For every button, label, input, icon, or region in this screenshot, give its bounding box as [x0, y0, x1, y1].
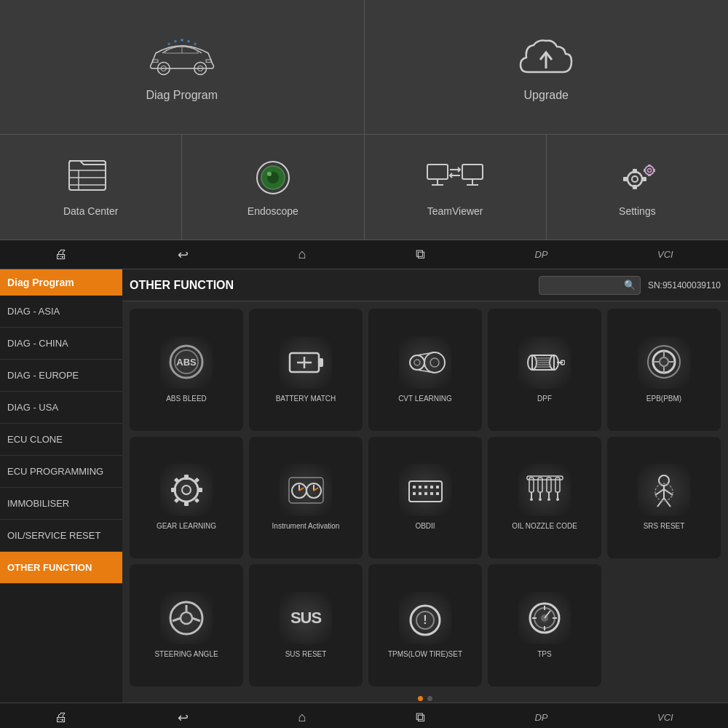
endoscope-tile[interactable]: Endoscope [182, 135, 364, 240]
svg-rect-91 [430, 486, 433, 488]
sidebar-item-diag-china[interactable]: DIAG - CHINA [0, 328, 122, 360]
func-instrument-activation[interactable]: Instrument Activation [249, 437, 363, 559]
settings-label: Settings [619, 205, 656, 217]
battery-match-label: BATTERY MATCH [276, 395, 336, 403]
func-battery-match[interactable]: BATTERY MATCH [249, 309, 363, 431]
svg-line-121 [173, 618, 181, 621]
bottom-vci-label: VCI [657, 712, 673, 723]
svg-text:!: ! [423, 614, 427, 626]
svg-rect-72 [184, 475, 189, 480]
home-icon[interactable]: ⌂ [298, 247, 306, 262]
svg-line-51 [417, 352, 435, 355]
sidebar-item-diag-europe[interactable]: DIAG - EUROPE [0, 360, 122, 392]
nav-bar: 🖨 ↩ ⌂ ⧉ DP VCI [0, 240, 728, 269]
svg-rect-73 [184, 501, 189, 506]
instrument-activation-icon [280, 464, 332, 516]
func-epb[interactable]: EPB(PBM) [607, 309, 721, 431]
sidebar-item-ecu-clone[interactable]: ECU CLONE [0, 424, 122, 456]
upgrade-label: Upgrade [524, 89, 569, 102]
teamviewer-tile[interactable]: TeamViewer [365, 135, 547, 240]
svg-rect-36 [648, 165, 651, 167]
endoscope-label: Endoscope [248, 205, 298, 217]
srs-reset-icon [638, 464, 690, 516]
svg-line-113 [655, 489, 664, 495]
function-title: OTHER FUNCTION [130, 279, 234, 292]
data-center-tile[interactable]: Data Center [0, 135, 182, 240]
search-box[interactable]: 🔍 [539, 276, 641, 295]
endoscope-icon [248, 157, 298, 201]
sidebar-item-diag-usa[interactable]: DIAG - USA [0, 392, 122, 424]
svg-rect-88 [413, 486, 416, 488]
bottom-dp-label: DP [534, 712, 547, 723]
func-sus-reset[interactable]: SUS SUS RESET [249, 564, 363, 687]
func-tpms[interactable]: ! TPMS(LOW TIRE)SET [368, 564, 482, 687]
sidebar-item-ecu-programming[interactable]: ECU PROGRAMMING [0, 456, 122, 488]
svg-point-47 [410, 355, 424, 370]
svg-point-65 [660, 357, 668, 366]
print-icon[interactable]: 🖨 [55, 247, 68, 262]
dp-nav-label: DP [534, 249, 547, 260]
scroll-dot-1 [427, 696, 432, 701]
svg-point-103 [539, 498, 542, 501]
tps-icon [518, 592, 571, 644]
data-center-label: Data Center [63, 205, 118, 217]
bottom-back-icon[interactable]: ↩ [178, 710, 189, 726]
svg-rect-96 [430, 492, 433, 495]
svg-point-2 [174, 40, 177, 43]
serial-number: SN:951400039110 [648, 280, 721, 290]
sidebar-item-diag-asia[interactable]: DIAG - ASIA [0, 296, 122, 328]
settings-tile[interactable]: Settings [547, 135, 728, 240]
svg-point-35 [648, 169, 652, 173]
recent-apps-icon[interactable]: ⧉ [416, 247, 425, 262]
bottom-home-icon[interactable]: ⌂ [298, 710, 306, 725]
svg-rect-75 [197, 488, 202, 492]
func-srs-reset[interactable]: SRS RESET [607, 437, 721, 559]
svg-rect-32 [623, 177, 628, 181]
epb-label: EPB(PBM) [646, 395, 681, 403]
func-steering-angle[interactable]: STEERING ANGLE [130, 564, 243, 687]
func-abs-bleed[interactable]: ABS ABS BLEED [130, 309, 243, 431]
svg-rect-22 [427, 165, 448, 179]
func-oil-nozzle-code[interactable]: OIL NOZZLE CODE [488, 437, 601, 559]
svg-rect-30 [633, 169, 637, 173]
bottom-print-icon[interactable]: 🖨 [55, 710, 68, 725]
svg-point-0 [181, 39, 183, 41]
func-cvt-learning[interactable]: CVT LEARNING [368, 309, 482, 431]
svg-rect-38 [644, 169, 646, 172]
diag-program-tile[interactable]: Diag Program [0, 0, 365, 135]
func-tps[interactable]: TPS [488, 564, 601, 687]
svg-line-122 [192, 618, 200, 621]
func-obdii[interactable]: OBDII [368, 437, 482, 559]
cloud-upload-icon [513, 32, 579, 83]
svg-point-50 [430, 358, 439, 367]
svg-point-49 [424, 352, 445, 373]
sidebar-item-other-function[interactable]: OTHER FUNCTION [0, 552, 122, 584]
diag-program-label: Diag Program [146, 89, 218, 102]
tpms-icon: ! [399, 592, 451, 644]
func-gear-learning[interactable]: GEAR LEARNING [130, 437, 243, 559]
abs-bleed-icon: ABS [160, 336, 213, 389]
function-header: OTHER FUNCTION 🔍 SN:951400039110 [122, 269, 728, 301]
func-dpf[interactable]: DPF [488, 309, 601, 431]
sidebar-item-immobiliser[interactable]: IMMOBILISER [0, 488, 122, 520]
sus-reset-label: SUS RESET [285, 650, 327, 659]
tps-label: TPS [537, 650, 551, 659]
dpf-icon [518, 336, 571, 389]
back-icon[interactable]: ↩ [178, 247, 189, 263]
upgrade-tile[interactable]: Upgrade [365, 0, 729, 135]
svg-rect-74 [171, 488, 176, 492]
svg-rect-44 [319, 358, 323, 367]
svg-rect-92 [436, 486, 439, 488]
car-icon [138, 32, 226, 83]
svg-rect-93 [413, 492, 416, 495]
vci-nav-label: VCI [657, 249, 673, 260]
data-center-icon [66, 157, 116, 201]
cvt-learning-label: CVT LEARNING [398, 395, 452, 403]
svg-rect-97 [436, 492, 439, 495]
svg-point-109 [556, 498, 559, 501]
svg-rect-31 [633, 185, 637, 189]
search-icon: 🔍 [624, 280, 636, 290]
bottom-recent-icon[interactable]: ⧉ [416, 710, 425, 725]
search-input[interactable] [544, 280, 624, 290]
sidebar-item-oil-service-reset[interactable]: OIL/SERVICE RESET [0, 520, 122, 552]
